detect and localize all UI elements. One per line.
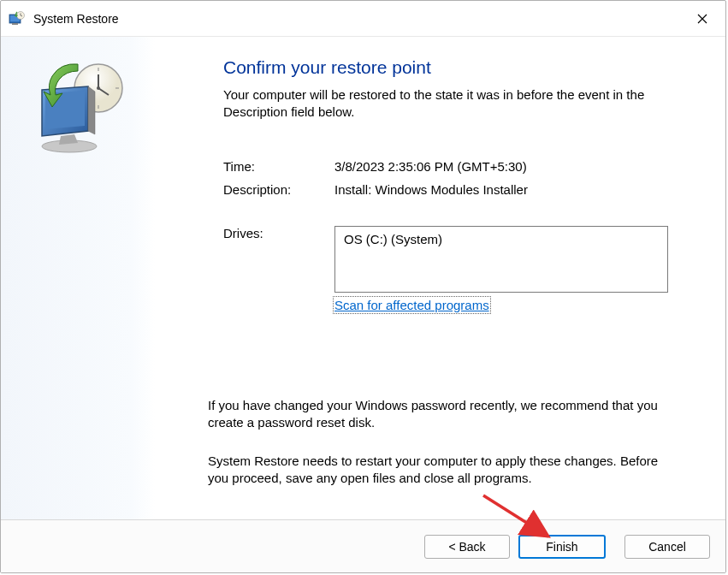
wizard-sidebar (1, 37, 155, 519)
close-icon (697, 14, 707, 24)
svg-rect-2 (12, 23, 18, 25)
window-title: System Restore (33, 12, 683, 26)
cancel-button[interactable]: Cancel (624, 535, 710, 559)
description-label: Description: (223, 182, 334, 197)
page-subheading: Your computer will be restored to the st… (223, 86, 676, 122)
titlebar: System Restore (1, 1, 725, 37)
drives-listbox[interactable]: OS (C:) (System) (334, 226, 668, 293)
time-value: 3/8/2023 2:35:06 PM (GMT+5:30) (334, 159, 676, 174)
time-label: Time: (223, 159, 334, 174)
drives-row: Drives: OS (C:) (System) (223, 226, 676, 293)
page-heading: Confirm your restore point (223, 57, 676, 78)
main-panel: Confirm your restore point Your computer… (155, 37, 725, 519)
drives-item: OS (C:) (System) (344, 232, 442, 246)
description-row: Description: Install: Windows Modules In… (223, 182, 676, 197)
back-button[interactable]: < Back (424, 535, 510, 559)
system-restore-illustration (27, 56, 129, 158)
restart-note: System Restore needs to restart your com… (208, 453, 676, 488)
close-button[interactable] (683, 5, 722, 33)
wizard-footer: < Back Finish Cancel (1, 519, 725, 572)
bottom-notes: If you have changed your Windows passwor… (208, 397, 676, 487)
content-area: Confirm your restore point Your computer… (1, 37, 725, 519)
drives-label: Drives: (223, 226, 334, 293)
scan-affected-programs-link[interactable]: Scan for affected programs (334, 298, 489, 312)
password-note: If you have changed your Windows passwor… (208, 397, 676, 432)
time-row: Time: 3/8/2023 2:35:06 PM (GMT+5:30) (223, 159, 676, 174)
system-restore-icon (8, 10, 25, 27)
system-restore-window: System Restore (0, 0, 726, 573)
finish-button[interactable]: Finish (518, 535, 606, 559)
description-value: Install: Windows Modules Installer (334, 182, 676, 197)
svg-point-11 (97, 86, 100, 90)
